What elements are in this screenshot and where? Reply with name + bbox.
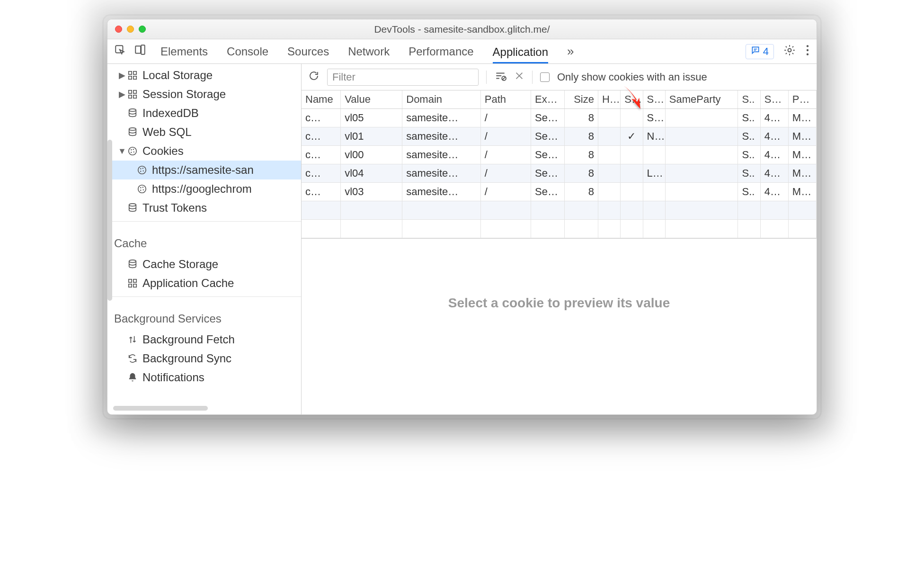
tab-performance[interactable]: Performance <box>409 40 473 63</box>
db-icon <box>126 203 139 213</box>
column-header[interactable]: H… <box>598 90 620 109</box>
more-icon[interactable] <box>805 44 810 59</box>
table-row[interactable]: c…vl05samesite…/Se…8S…S..4…M… <box>302 109 817 127</box>
cookie-icon <box>136 184 148 194</box>
sidebar-item-indexeddb[interactable]: IndexedDB <box>107 104 301 123</box>
tab-sources[interactable]: Sources <box>287 40 329 63</box>
column-header[interactable]: Size <box>565 90 598 109</box>
cookie-preview-placeholder: Select a cookie to preview its value <box>302 239 817 414</box>
cell-c12: M… <box>788 183 816 201</box>
cell-domain: samesite… <box>402 183 480 201</box>
cell-samesite: N… <box>643 127 665 146</box>
cell-secure <box>621 146 643 164</box>
cell-c12: M… <box>788 109 816 127</box>
column-header[interactable]: S… <box>621 90 643 109</box>
svg-point-20 <box>131 152 132 153</box>
cookie-origin-item[interactable]: https://googlechrom <box>107 179 301 198</box>
select-element-icon[interactable] <box>114 44 126 59</box>
tabs-overflow-icon[interactable]: » <box>567 44 574 59</box>
svg-rect-8 <box>133 72 136 74</box>
column-header[interactable]: S.. <box>738 90 760 109</box>
cell-domain: samesite… <box>402 164 480 183</box>
column-header[interactable]: Domain <box>402 90 480 109</box>
sidebar-item-application-cache[interactable]: Application Cache <box>107 274 301 293</box>
cell-expires: Se… <box>531 109 565 127</box>
cell-secure <box>621 164 643 183</box>
cell-c11: 4… <box>760 127 788 146</box>
cell-c10: S.. <box>738 183 760 201</box>
svg-point-29 <box>142 187 143 188</box>
sidebar-item-web-sql[interactable]: Web SQL <box>107 123 301 142</box>
cell-samesite <box>643 183 665 201</box>
table-row[interactable]: c…vl01samesite…/Se…8✓N…S..4…M… <box>302 127 817 146</box>
table-row[interactable]: c…vl03samesite…/Se…8S..4…M… <box>302 183 817 201</box>
cell-expires: Se… <box>531 183 565 201</box>
cell-c12: M… <box>788 146 816 164</box>
sidebar-item-trust-tokens[interactable]: Trust Tokens <box>107 198 301 217</box>
cookie-icon <box>136 165 148 175</box>
cell-c11: 4… <box>760 146 788 164</box>
sidebar-item-cookies[interactable]: ▼Cookies <box>107 142 301 161</box>
tab-elements[interactable]: Elements <box>160 40 208 63</box>
cell-httponly <box>598 146 620 164</box>
cell-value: vl01 <box>341 127 402 146</box>
sidebar-item-local-storage[interactable]: ▶Local Storage <box>107 66 301 85</box>
issues-badge[interactable]: 4 <box>746 44 774 59</box>
svg-point-6 <box>807 53 808 55</box>
settings-icon[interactable] <box>783 44 796 59</box>
cell-value: vl04 <box>341 164 402 183</box>
svg-rect-14 <box>133 95 136 98</box>
only-issues-label: Only show cookies with an issue <box>557 71 707 83</box>
svg-rect-9 <box>129 76 132 79</box>
tab-network[interactable]: Network <box>348 40 390 63</box>
sidebar-scrollbar-horizontal[interactable] <box>113 406 208 411</box>
column-header[interactable]: Name <box>302 90 341 109</box>
cell-c10: S.. <box>738 127 760 146</box>
column-header[interactable]: Ex… <box>531 90 565 109</box>
sidebar-item-label: Cookies <box>142 144 184 158</box>
cell-sameparty <box>665 146 738 164</box>
svg-point-24 <box>142 168 143 169</box>
filter-input[interactable] <box>327 69 479 86</box>
column-header[interactable]: SameParty <box>665 90 738 109</box>
clear-filtered-icon[interactable] <box>494 70 506 85</box>
refresh-icon[interactable] <box>308 70 320 84</box>
cookies-table: NameValueDomainPathEx…SizeH…S…S…SamePart… <box>302 90 817 238</box>
tab-application[interactable]: Application <box>493 41 548 63</box>
sidebar-item-label: https://samesite-san <box>152 163 254 177</box>
cell-name: c… <box>302 127 341 146</box>
cell-path: / <box>480 183 531 201</box>
sidebar-item-label: Local Storage <box>142 69 213 82</box>
cell-httponly <box>598 109 620 127</box>
updown-icon <box>126 334 139 345</box>
column-header[interactable]: P… <box>788 90 816 109</box>
column-header[interactable]: Value <box>341 90 402 109</box>
sidebar-item-cache-storage[interactable]: Cache Storage <box>107 255 301 274</box>
table-row[interactable]: c…vl04samesite…/Se…8L…S..4…M… <box>302 164 817 183</box>
svg-rect-11 <box>129 90 132 93</box>
cell-value: vl00 <box>341 146 402 164</box>
table-row-empty <box>302 220 817 238</box>
sidebar-item-background-fetch[interactable]: Background Fetch <box>107 330 301 349</box>
svg-rect-34 <box>129 279 132 282</box>
db-icon <box>126 127 139 137</box>
sidebar-item-background-sync[interactable]: Background Sync <box>107 349 301 368</box>
sidebar-item-notifications[interactable]: Notifications <box>107 368 301 387</box>
grid-icon <box>126 89 139 99</box>
column-header[interactable]: Path <box>480 90 531 109</box>
sidebar-item-label: Notifications <box>142 371 204 384</box>
svg-point-25 <box>140 171 141 172</box>
device-toolbar-icon[interactable] <box>134 44 146 59</box>
only-issues-checkbox[interactable] <box>540 72 550 82</box>
table-row[interactable]: c…vl00samesite…/Se…8S..4…M… <box>302 146 817 164</box>
clear-icon[interactable] <box>514 70 524 84</box>
tab-console[interactable]: Console <box>227 40 268 63</box>
cell-c11: 4… <box>760 164 788 183</box>
sidebar-item-session-storage[interactable]: ▶Session Storage <box>107 85 301 104</box>
column-header[interactable]: S… <box>643 90 665 109</box>
cell-c10: S.. <box>738 146 760 164</box>
column-header[interactable]: S… <box>760 90 788 109</box>
cookie-origin-item[interactable]: https://samesite-san <box>107 161 301 179</box>
cell-secure <box>621 109 643 127</box>
sidebar-scrollbar-vertical[interactable] <box>107 140 112 301</box>
